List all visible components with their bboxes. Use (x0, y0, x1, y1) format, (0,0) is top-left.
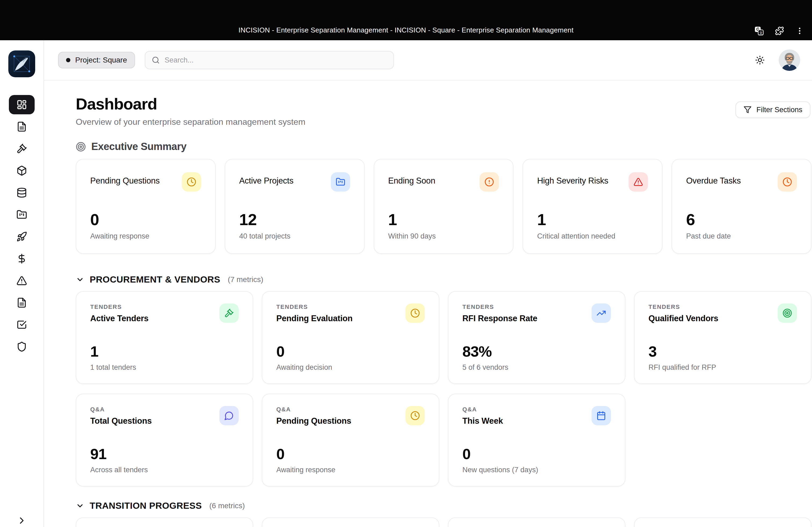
browser-menu-icon[interactable] (795, 27, 804, 35)
card-caption: 5 of 6 vendors (462, 363, 611, 372)
sidebar-expand-button[interactable] (16, 515, 27, 526)
card-caption: Awaiting response (276, 466, 425, 474)
summary-card-active-projects[interactable]: Active Projects 12 40 total projects (225, 159, 365, 254)
procurement-metrics-count: (7 metrics) (228, 275, 263, 284)
page-title: Dashboard (76, 94, 306, 114)
sidebar-item-tasks[interactable] (9, 315, 35, 334)
metric-card-partial[interactable] (448, 517, 625, 527)
sidebar-item-documents[interactable] (9, 117, 35, 136)
sidebar-item-projects[interactable] (9, 205, 35, 224)
summary-card-ending-soon[interactable]: Ending Soon 1 Within 90 days (374, 159, 514, 254)
metric-card-total-questions[interactable]: Q&A Total Questions 91 Across all tender… (76, 394, 253, 486)
card-category: Q&A (462, 406, 503, 413)
clock-icon (405, 303, 425, 323)
card-title: Ending Soon (388, 172, 435, 186)
sidebar-item-reports[interactable] (9, 293, 35, 312)
metric-card-active-tenders[interactable]: TENDERS Active Tenders 1 1 total tenders (76, 291, 253, 384)
metric-card-pending-evaluation[interactable]: TENDERS Pending Evaluation 0 Awaiting de… (262, 291, 439, 384)
card-caption: RFI qualified for RFP (649, 363, 797, 372)
clock-icon (405, 406, 425, 425)
sidebar-item-risks[interactable] (9, 271, 35, 290)
sidebar-nav (9, 95, 35, 356)
card-value: 1 (90, 344, 239, 359)
card-category: Q&A (276, 406, 351, 413)
card-title: Overdue Tasks (686, 172, 741, 186)
tenders-metric-cards: TENDERS Active Tenders 1 1 total tenders… (76, 291, 811, 384)
card-caption: Awaiting response (90, 232, 201, 240)
card-title: RFI Response Rate (462, 314, 537, 323)
metric-card-qualified-vendors[interactable]: TENDERS Qualified Vendors 3 RFI qualifie… (634, 291, 811, 384)
sidebar-item-data[interactable] (9, 183, 35, 202)
project-status-dot (66, 58, 70, 62)
user-avatar[interactable] (779, 49, 800, 71)
theme-toggle-button[interactable] (755, 55, 765, 65)
gavel-icon (219, 303, 239, 323)
card-value: 91 (90, 447, 239, 462)
search-box[interactable] (145, 51, 394, 69)
executive-summary-title: Executive Summary (91, 141, 186, 152)
sidebar-item-packages[interactable] (9, 161, 35, 180)
package-icon (16, 165, 27, 176)
card-value: 83% (462, 344, 611, 359)
card-caption: Across all tenders (90, 466, 239, 474)
main-content: Dashboard Overview of your enterprise se… (44, 80, 812, 527)
card-title: This Week (462, 416, 503, 426)
procurement-section-title: PROCUREMENT & VENDORS (90, 274, 220, 285)
search-input[interactable] (164, 56, 387, 64)
metric-card-this-week[interactable]: Q&A This Week 0 New questions (7 days) (448, 394, 625, 486)
transition-metric-cards (76, 517, 811, 527)
filter-icon (743, 106, 752, 114)
layout-dashboard-icon (16, 99, 27, 110)
summary-card-pending-questions[interactable]: Pending Questions 0 Awaiting response (76, 159, 216, 254)
translate-icon[interactable]: G 文 (755, 26, 764, 35)
metric-card-partial[interactable] (262, 517, 439, 527)
card-value: 6 (686, 212, 797, 228)
metric-card-pending-questions[interactable]: Q&A Pending Questions 0 Awaiting respons… (262, 394, 439, 486)
sidebar-item-security[interactable] (9, 337, 35, 356)
summary-card-high-severity-risks[interactable]: High Severity Risks 1 Critical attention… (523, 159, 663, 254)
card-caption: New questions (7 days) (462, 466, 611, 474)
sidebar-item-dashboard[interactable] (9, 95, 35, 114)
executive-summary-cards: Pending Questions 0 Awaiting response Ac… (76, 159, 811, 254)
card-title: Pending Questions (276, 416, 351, 426)
filter-sections-button[interactable]: Filter Sections (736, 102, 810, 118)
sidebar-item-finance[interactable] (9, 249, 35, 268)
project-selector-button[interactable]: Project: Square (58, 52, 135, 69)
card-category: TENDERS (649, 303, 718, 311)
sidebar-item-launch[interactable] (9, 227, 35, 246)
file-text-icon (16, 121, 27, 132)
card-title: Pending Questions (90, 172, 160, 186)
project-selector-label: Project: Square (75, 56, 127, 64)
app-logo[interactable] (8, 50, 35, 77)
chevron-right-icon (16, 515, 27, 526)
card-value: 1 (537, 212, 648, 228)
metric-card-rfi-response-rate[interactable]: TENDERS RFI Response Rate 83% 5 of 6 ven… (448, 291, 625, 384)
sidebar (0, 40, 44, 527)
message-circle-icon (219, 406, 239, 425)
transition-section-header[interactable]: TRANSITION PROGRESS (6 metrics) (76, 500, 811, 511)
check-square-icon (16, 319, 27, 330)
extensions-puzzle-icon[interactable] (775, 26, 784, 35)
transition-section-title: TRANSITION PROGRESS (90, 500, 202, 511)
card-caption: Past due date (686, 232, 797, 240)
alert-triangle-icon (628, 172, 648, 192)
summary-card-overdue-tasks[interactable]: Overdue Tasks 6 Past due date (671, 159, 811, 254)
window-title: INCISION - Enterprise Separation Managem… (238, 26, 574, 34)
card-value: 3 (649, 344, 797, 359)
sidebar-item-tenders[interactable] (9, 139, 35, 158)
page-subtitle: Overview of your enterprise separation m… (76, 117, 306, 127)
metric-card-partial[interactable] (634, 517, 811, 527)
card-title: Total Questions (90, 416, 152, 426)
card-caption: Awaiting decision (276, 363, 425, 372)
alert-circle-icon (480, 172, 499, 192)
qa-metric-cards: Q&A Total Questions 91 Across all tender… (76, 394, 811, 486)
card-title: Pending Evaluation (276, 314, 352, 323)
card-value: 0 (90, 212, 201, 228)
card-title: Qualified Vendors (649, 314, 718, 323)
card-caption: 40 total projects (239, 232, 350, 240)
procurement-section-header[interactable]: PROCUREMENT & VENDORS (7 metrics) (76, 274, 811, 285)
card-title: Active Tenders (90, 314, 148, 323)
metric-card-partial[interactable] (76, 517, 253, 527)
card-title: High Severity Risks (537, 172, 608, 186)
file-report-icon (16, 297, 27, 308)
